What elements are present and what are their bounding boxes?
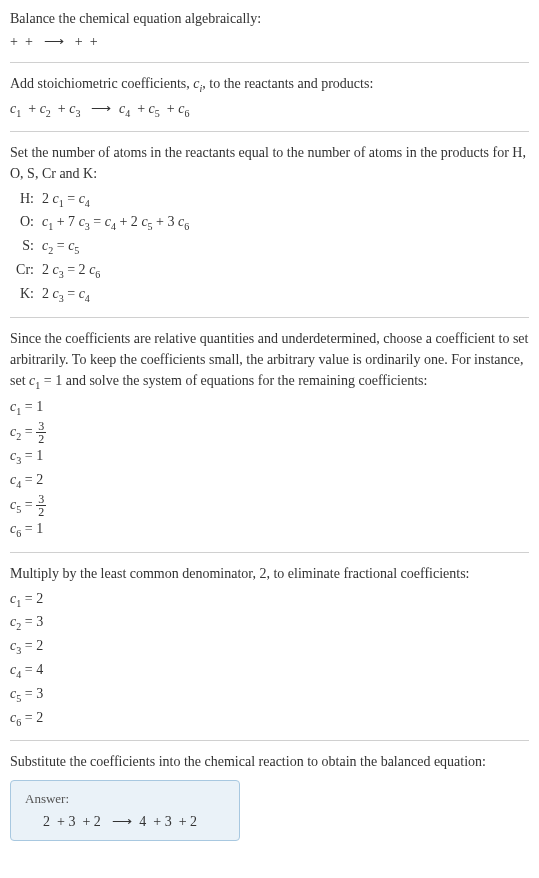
stoich-title-b: , to the reactants and products: <box>202 76 373 91</box>
coef-row: c3 = 1 <box>10 445 529 469</box>
coef-row: c2 = 32 <box>10 420 529 445</box>
divider <box>10 317 529 318</box>
atom-eq: 2 c3 = 2 c6 <box>42 259 529 283</box>
coef-val: 2 <box>36 638 43 653</box>
coef-1: 1 <box>16 108 21 119</box>
atom-row: Cr: 2 c3 = 2 c6 <box>14 259 529 283</box>
balance-reaction: + + ⟶ + + <box>10 31 529 52</box>
section-atoms: Set the number of atoms in the reactants… <box>10 142 529 307</box>
atom-label: H: <box>14 188 42 212</box>
plus: + <box>25 101 40 116</box>
atom-eq: 2 c1 = c4 <box>42 188 529 212</box>
coef-row: c1 = 1 <box>10 396 529 420</box>
frac-den: 2 <box>36 433 46 445</box>
coef-row: c4 = 2 <box>10 469 529 493</box>
divider <box>10 552 529 553</box>
plus: + <box>134 101 149 116</box>
arrow-icon: ⟶ <box>91 101 111 116</box>
atom-row: O: c1 + 7 c3 = c4 + 2 c5 + 3 c6 <box>14 211 529 235</box>
arrow-icon: ⟶ <box>44 34 64 49</box>
atom-label: K: <box>14 283 42 307</box>
balance-title: Balance the chemical equation algebraica… <box>10 8 529 29</box>
coef-list: c1 = 2 c2 = 3 c3 = 2 c4 = 4 c5 = 3 c6 = … <box>10 588 529 731</box>
coef-val: 3 <box>36 614 43 629</box>
coef-val: 1 <box>36 448 43 463</box>
answer-label: Answer: <box>25 791 225 807</box>
atoms-title: Set the number of atoms in the reactants… <box>10 142 529 184</box>
coef-val: 2 <box>36 472 43 487</box>
atom-row: H: 2 c1 = c4 <box>14 188 529 212</box>
coef-row: c1 = 2 <box>10 588 529 612</box>
fraction: 32 <box>36 493 46 518</box>
plus: + <box>54 101 69 116</box>
answer-equation: 2 + 3 + 2 ⟶ 4 + 3 + 2 <box>25 813 225 830</box>
answer-box: Answer: 2 + 3 + 2 ⟶ 4 + 3 + 2 <box>10 780 240 841</box>
coef-val: 4 <box>36 662 43 677</box>
coef-3: 3 <box>75 108 80 119</box>
coef-row: c3 = 2 <box>10 635 529 659</box>
coef-val: 1 <box>36 521 43 536</box>
section-substitute: Substitute the coefficients into the che… <box>10 751 529 841</box>
coef-val: 3 <box>36 686 43 701</box>
coef-row: c6 = 2 <box>10 707 529 731</box>
arrow: ⟶ <box>84 101 119 116</box>
atom-row: K: 2 c3 = c4 <box>14 283 529 307</box>
coef-list: c1 = 1 c2 = 32 c3 = 1 c4 = 2 c5 = 32 c6 … <box>10 396 529 541</box>
atom-eq: 2 c3 = c4 <box>42 283 529 307</box>
atom-label: S: <box>14 235 42 259</box>
atom-eq: c2 = c5 <box>42 235 529 259</box>
atom-eq: c1 + 7 c3 = c4 + 2 c5 + 3 c6 <box>42 211 529 235</box>
coef-row: c5 = 3 <box>10 683 529 707</box>
coef-row: c4 = 4 <box>10 659 529 683</box>
coef-5: 5 <box>155 108 160 119</box>
coef-row: c6 = 1 <box>10 518 529 542</box>
section-stoich: Add stoichiometric coefficients, ci, to … <box>10 73 529 121</box>
coef-6: 6 <box>184 108 189 119</box>
coef-2: 2 <box>46 108 51 119</box>
arrow-icon: ⟶ <box>112 814 132 829</box>
coef-4: 4 <box>125 108 130 119</box>
solve-title-b: and solve the system of equations for th… <box>62 373 427 388</box>
fraction: 32 <box>36 420 46 445</box>
divider <box>10 131 529 132</box>
stoich-title-a: Add stoichiometric coefficients, <box>10 76 193 91</box>
coef-row: c2 = 3 <box>10 611 529 635</box>
section-solve: Since the coefficients are relative quan… <box>10 328 529 542</box>
section-multiply: Multiply by the least common denominator… <box>10 563 529 731</box>
coef-val: 2 <box>36 710 43 725</box>
frac-den: 2 <box>36 506 46 518</box>
coef-val: 2 <box>36 591 43 606</box>
plus: + <box>163 101 178 116</box>
section-balance: Balance the chemical equation algebraica… <box>10 8 529 52</box>
atom-label: Cr: <box>14 259 42 283</box>
divider <box>10 62 529 63</box>
solve-1: 1 <box>35 379 40 390</box>
stoich-equation: c1 + c2 + c3 ⟶ c4 + c5 + c6 <box>10 98 529 121</box>
frac-num: 3 <box>36 493 46 506</box>
divider <box>10 740 529 741</box>
atom-label: O: <box>14 211 42 235</box>
atom-row: S: c2 = c5 <box>14 235 529 259</box>
stoich-title: Add stoichiometric coefficients, ci, to … <box>10 73 529 96</box>
reaction-text: + + ⟶ + + <box>10 34 98 49</box>
multiply-title: Multiply by the least common denominator… <box>10 563 529 584</box>
solve-title: Since the coefficients are relative quan… <box>10 328 529 393</box>
atom-table: H: 2 c1 = c4 O: c1 + 7 c3 = c4 + 2 c5 + … <box>14 188 529 307</box>
coef-row: c5 = 32 <box>10 493 529 518</box>
coef-val: 1 <box>36 399 43 414</box>
substitute-title: Substitute the coefficients into the che… <box>10 751 529 772</box>
